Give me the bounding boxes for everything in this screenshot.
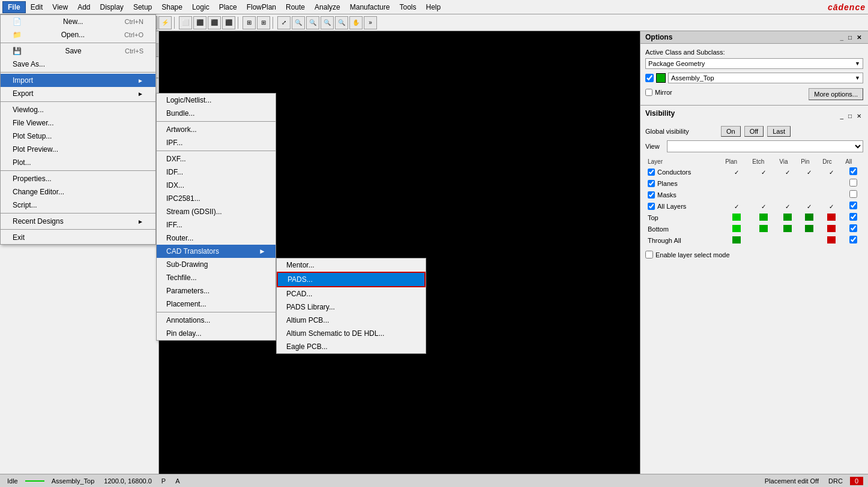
menu-item-export[interactable]: Export ► — [1, 87, 155, 100]
menu-item-save-as[interactable]: Save As... — [1, 58, 155, 71]
menu-edit[interactable]: Edit — [26, 2, 48, 13]
vis-on-btn[interactable]: On — [721, 126, 741, 137]
view-select[interactable] — [667, 140, 863, 152]
layer-all-checkbox[interactable] — [648, 203, 655, 210]
cad-eagle-pcb[interactable]: Eagle PCB... — [277, 340, 426, 353]
toolbar-copy[interactable]: ⬜ — [179, 16, 192, 29]
menu-item-open[interactable]: 📁 Open... Ctrl+O — [1, 28, 155, 41]
import-annotations[interactable]: Annotations... — [157, 314, 276, 327]
toolbar-more1[interactable]: » — [364, 16, 377, 29]
import-pin-delay[interactable]: Pin delay... — [157, 327, 276, 340]
menu-item-properties[interactable]: Properties... — [1, 172, 155, 185]
menu-item-plot-preview[interactable]: Plot Preview... — [1, 143, 155, 156]
options-minimize[interactable]: _ — [838, 34, 845, 41]
vis-last-btn[interactable]: Last — [767, 126, 791, 137]
vis-minimize[interactable]: _ — [838, 112, 845, 120]
subclass-dropdown[interactable]: Assembly_Top ▼ — [668, 73, 863, 83]
import-ipc2581[interactable]: IPC2581... — [157, 192, 276, 205]
toolbar-grid2[interactable]: ⊞ — [257, 16, 270, 29]
menu-setup[interactable]: Setup — [128, 2, 157, 13]
options-panel-header: Options _ □ ✕ — [640, 31, 868, 44]
import-router[interactable]: Router... — [157, 232, 276, 245]
menu-item-recent-designs[interactable]: Recent Designs ► — [1, 215, 155, 228]
cad-mentor[interactable]: Mentor... — [277, 258, 426, 272]
cad-pads[interactable]: PADS... — [277, 272, 426, 287]
menu-flowplan[interactable]: FlowPlan — [242, 2, 281, 13]
layer-planes-checkbox[interactable] — [648, 180, 655, 187]
menu-item-file-viewer[interactable]: File Viewer... — [1, 116, 155, 130]
menu-route[interactable]: Route — [281, 2, 310, 13]
menu-analyze[interactable]: Analyze — [310, 2, 345, 13]
import-techfile[interactable]: Techfile... — [157, 271, 276, 284]
menu-item-plot-setup[interactable]: Plot Setup... — [1, 130, 155, 143]
options-close[interactable]: ✕ — [855, 34, 863, 41]
toolbar-zoom-fit[interactable]: ⤢ — [277, 16, 291, 29]
menu-tools[interactable]: Tools — [394, 2, 421, 13]
menu-item-plot[interactable]: Plot... — [1, 156, 155, 169]
conductors-all-check[interactable] — [849, 167, 857, 175]
vis-restore[interactable]: □ — [846, 112, 854, 120]
menu-item-change-editor[interactable]: Change Editor... — [1, 185, 155, 199]
vis-close[interactable]: ✕ — [855, 112, 863, 120]
enable-layer-select-checkbox[interactable] — [645, 251, 653, 258]
menu-new-shortcut: Ctrl+N — [125, 18, 143, 25]
menu-item-import[interactable]: Import ► — [1, 74, 155, 87]
import-iff[interactable]: IFF... — [157, 218, 276, 232]
menu-item-save[interactable]: 💾 Save Ctrl+S — [1, 44, 155, 58]
toolbar-cmd3[interactable]: ⬛ — [208, 16, 221, 29]
menu-logic[interactable]: Logic — [187, 2, 214, 13]
menu-item-script[interactable]: Script... — [1, 199, 155, 212]
cad-pads-library[interactable]: PADS Library... — [277, 300, 426, 314]
bottom-all-check[interactable] — [849, 224, 857, 232]
options-restore[interactable]: □ — [846, 34, 854, 41]
menu-file[interactable]: File — [2, 1, 26, 13]
menu-manufacture[interactable]: Manufacture — [345, 2, 395, 13]
layer-conductors-checkbox[interactable] — [648, 169, 655, 176]
toolbar-zoom-prev[interactable]: 🔍 — [335, 16, 348, 29]
toolbar-paste[interactable]: ⬛ — [193, 16, 206, 29]
import-cad-translators[interactable]: CAD Translators ► — [157, 245, 276, 258]
toolbar-cmd4[interactable]: ⬛ — [222, 16, 235, 29]
toolbar-grid[interactable]: ⊞ — [243, 16, 256, 29]
import-logic-netlist[interactable]: Logic/Netlist... — [157, 94, 276, 107]
cad-altium-pcb[interactable]: Altium PCB... — [277, 314, 426, 327]
menu-item-new[interactable]: 📄 New... Ctrl+N — [1, 15, 155, 28]
cad-pcad[interactable]: PCAD... — [277, 287, 426, 300]
mirror-checkbox[interactable] — [645, 89, 653, 96]
import-parameters[interactable]: Parameters... — [157, 284, 276, 297]
cad-altium-sch[interactable]: Altium Schematic to DE HDL... — [277, 327, 426, 340]
class-dropdown[interactable]: Package Geometry ▼ — [645, 58, 863, 69]
menu-item-exit[interactable]: Exit — [1, 231, 155, 244]
import-idx[interactable]: IDX... — [157, 179, 276, 192]
toolbar-zoom-area[interactable]: 🔍 — [321, 16, 334, 29]
import-bundle[interactable]: Bundle... — [157, 107, 276, 120]
top-all-check[interactable] — [849, 213, 857, 221]
toolbar-zoom-out[interactable]: 🔍 — [306, 16, 319, 29]
vis-off-btn[interactable]: Off — [744, 126, 764, 137]
menu-plot-setup-label: Plot Setup... — [13, 132, 52, 140]
import-stream[interactable]: Stream (GDSII)... — [157, 205, 276, 218]
masks-all-check[interactable] — [849, 190, 857, 198]
toolbar-pan[interactable]: ✋ — [349, 16, 363, 29]
menu-place[interactable]: Place — [214, 2, 242, 13]
menu-view[interactable]: View — [47, 2, 73, 13]
import-dxf[interactable]: DXF... — [157, 152, 276, 166]
menu-add[interactable]: Add — [73, 2, 95, 13]
more-options-btn[interactable]: More options... — [809, 88, 863, 100]
through-all-check[interactable] — [849, 236, 857, 244]
menu-item-viewlog[interactable]: Viewlog... — [1, 103, 155, 116]
toolbar-cmd2[interactable]: ⚡ — [158, 16, 172, 29]
menu-shape[interactable]: Shape — [157, 2, 187, 13]
import-artwork[interactable]: Artwork... — [157, 123, 276, 136]
menu-display[interactable]: Display — [95, 2, 128, 13]
import-idf[interactable]: IDF... — [157, 166, 276, 179]
import-sub-drawing[interactable]: Sub-Drawing — [157, 258, 276, 271]
toolbar-zoom-in[interactable]: 🔍 — [292, 16, 305, 29]
import-placement[interactable]: Placement... — [157, 297, 276, 311]
layer-masks-checkbox[interactable] — [648, 191, 655, 199]
import-ipf[interactable]: IPF... — [157, 136, 276, 149]
all-all-check[interactable] — [849, 202, 857, 209]
planes-all-check[interactable] — [849, 179, 857, 187]
menu-help[interactable]: Help — [421, 2, 445, 13]
subclass-checkbox[interactable] — [645, 74, 654, 82]
